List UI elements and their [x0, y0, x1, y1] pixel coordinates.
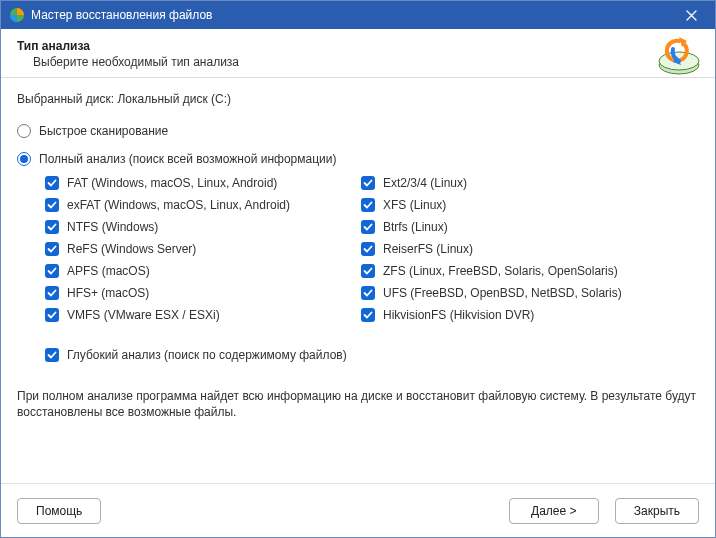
window-title: Мастер восстановления файлов — [31, 8, 675, 22]
checkbox-fs-reiserfs[interactable]: ReiserFS (Linux) — [361, 242, 622, 256]
checkbox-icon — [45, 220, 59, 234]
radio-full-scan[interactable]: Полный анализ (поиск всей возможной инфо… — [17, 152, 699, 166]
page-subtitle: Выберите необходимый тип анализа — [33, 55, 699, 69]
checkbox-label: HikvisionFS (Hikvision DVR) — [383, 308, 534, 322]
checkbox-icon — [45, 348, 59, 362]
checkbox-fs-hfs[interactable]: HFS+ (macOS) — [45, 286, 305, 300]
checkbox-fs-zfs[interactable]: ZFS (Linux, FreeBSD, Solaris, OpenSolari… — [361, 264, 622, 278]
selected-disk: Выбранный диск: Локальный диск (C:) — [17, 92, 699, 106]
checkbox-fs-hik[interactable]: HikvisionFS (Hikvision DVR) — [361, 308, 622, 322]
page-title: Тип анализа — [17, 39, 699, 53]
radio-label: Быстрое сканирование — [39, 124, 168, 138]
checkbox-icon — [361, 286, 375, 300]
checkbox-label: ZFS (Linux, FreeBSD, Solaris, OpenSolari… — [383, 264, 618, 278]
radio-icon — [17, 152, 31, 166]
checkbox-icon — [45, 242, 59, 256]
close-button[interactable]: Закрыть — [615, 498, 699, 524]
checkbox-icon — [361, 264, 375, 278]
checkbox-fs-ntfs[interactable]: NTFS (Windows) — [45, 220, 305, 234]
checkbox-label: NTFS (Windows) — [67, 220, 158, 234]
checkbox-label: exFAT (Windows, macOS, Linux, Android) — [67, 198, 290, 212]
radio-icon — [17, 124, 31, 138]
checkbox-label: VMFS (VMware ESX / ESXi) — [67, 308, 220, 322]
checkbox-label: XFS (Linux) — [383, 198, 446, 212]
checkbox-fs-ext[interactable]: Ext2/3/4 (Linux) — [361, 176, 622, 190]
checkbox-label: Глубокий анализ (поиск по содержимому фа… — [67, 348, 347, 362]
checkbox-fs-fat[interactable]: FAT (Windows, macOS, Linux, Android) — [45, 176, 305, 190]
checkbox-label: APFS (macOS) — [67, 264, 150, 278]
checkbox-label: UFS (FreeBSD, OpenBSD, NetBSD, Solaris) — [383, 286, 622, 300]
checkbox-label: ReiserFS (Linux) — [383, 242, 473, 256]
checkbox-label: FAT (Windows, macOS, Linux, Android) — [67, 176, 277, 190]
checkbox-label: Ext2/3/4 (Linux) — [383, 176, 467, 190]
filesystem-options: FAT (Windows, macOS, Linux, Android)exFA… — [45, 176, 699, 322]
checkbox-label: ReFS (Windows Server) — [67, 242, 196, 256]
app-icon — [9, 7, 25, 23]
footer: Помощь Далее > Закрыть — [1, 483, 715, 537]
checkbox-icon — [361, 242, 375, 256]
checkbox-fs-refs[interactable]: ReFS (Windows Server) — [45, 242, 305, 256]
recovery-icon — [655, 35, 703, 77]
checkbox-fs-vmfs[interactable]: VMFS (VMware ESX / ESXi) — [45, 308, 305, 322]
next-button[interactable]: Далее > — [509, 498, 599, 524]
checkbox-fs-btrfs[interactable]: Btrfs (Linux) — [361, 220, 622, 234]
checkbox-icon — [361, 198, 375, 212]
checkbox-icon — [45, 308, 59, 322]
close-icon[interactable] — [675, 1, 707, 29]
radio-quick-scan[interactable]: Быстрое сканирование — [17, 124, 699, 138]
checkbox-icon — [45, 286, 59, 300]
checkbox-icon — [361, 176, 375, 190]
checkbox-fs-ufs[interactable]: UFS (FreeBSD, OpenBSD, NetBSD, Solaris) — [361, 286, 622, 300]
titlebar: Мастер восстановления файлов — [1, 1, 715, 29]
selected-disk-label: Выбранный диск: — [17, 92, 114, 106]
help-button[interactable]: Помощь — [17, 498, 101, 524]
radio-label: Полный анализ (поиск всей возможной инфо… — [39, 152, 336, 166]
checkbox-label: HFS+ (macOS) — [67, 286, 149, 300]
checkbox-icon — [45, 264, 59, 278]
checkbox-fs-exfat[interactable]: exFAT (Windows, macOS, Linux, Android) — [45, 198, 305, 212]
checkbox-icon — [361, 308, 375, 322]
checkbox-icon — [45, 198, 59, 212]
checkbox-deep-analysis[interactable]: Глубокий анализ (поиск по содержимому фа… — [45, 348, 699, 362]
checkbox-icon — [45, 176, 59, 190]
checkbox-fs-xfs[interactable]: XFS (Linux) — [361, 198, 622, 212]
checkbox-fs-apfs[interactable]: APFS (macOS) — [45, 264, 305, 278]
checkbox-icon — [361, 220, 375, 234]
checkbox-label: Btrfs (Linux) — [383, 220, 448, 234]
wizard-header: Тип анализа Выберите необходимый тип ана… — [1, 29, 715, 78]
description-text: При полном анализе программа найдет всю … — [17, 388, 699, 420]
selected-disk-value: Локальный диск (C:) — [117, 92, 231, 106]
